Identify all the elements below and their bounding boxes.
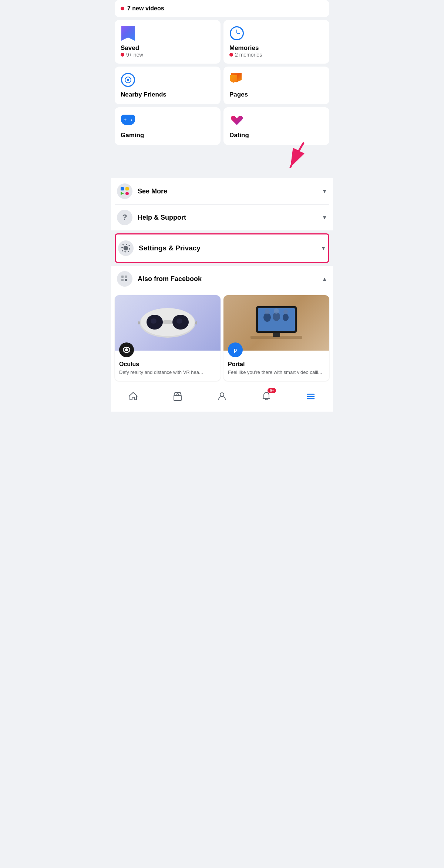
see-more-label: See More <box>138 188 317 195</box>
nav-notifications[interactable]: 9+ <box>255 388 278 404</box>
nav-menu[interactable] <box>300 388 322 404</box>
saved-icon <box>121 26 135 41</box>
nav-home[interactable] <box>122 388 144 404</box>
memories-badge: 2 memories <box>229 52 323 58</box>
also-from-header: Also from Facebook ▲ <box>111 266 333 292</box>
svg-rect-5 <box>125 276 127 278</box>
gaming-card[interactable]: Gaming <box>115 107 221 145</box>
pages-card[interactable]: Pages <box>223 67 329 104</box>
help-support-label: Help & Support <box>138 214 317 222</box>
settings-privacy-highlighted: Settings & Privacy ▼ <box>115 233 329 263</box>
svg-point-29 <box>220 393 224 396</box>
saved-badge: 9+ new <box>121 52 215 58</box>
home-icon <box>128 391 138 401</box>
grid-icon <box>120 274 129 283</box>
clock-icon <box>230 26 244 40</box>
settings-icon <box>118 240 134 256</box>
oculus-desc: Defy reality and distance with VR hea... <box>119 369 216 376</box>
heart-svg <box>230 115 243 126</box>
saved-title: Saved <box>121 44 215 52</box>
nav-marketplace[interactable] <box>166 388 189 404</box>
chevron-up-icon: ▲ <box>322 276 327 282</box>
portal-title: Portal <box>228 361 325 368</box>
dating-card[interactable]: Dating <box>223 107 329 145</box>
gaming-icon <box>121 113 135 128</box>
nearby-friends-icon <box>121 72 135 87</box>
bottom-navigation: 9+ <box>111 384 333 412</box>
help-support-item[interactable]: ? Help & Support ▼ <box>115 205 329 230</box>
settings-privacy-label: Settings & Privacy <box>139 244 316 252</box>
gaming-title: Gaming <box>121 132 215 139</box>
svg-rect-6 <box>121 279 124 281</box>
also-from-label: Also from Facebook <box>138 275 317 283</box>
oculus-card[interactable]: Oculus Defy reality and distance with VR… <box>115 295 221 381</box>
also-from-icon <box>117 271 132 287</box>
oculus-title: Oculus <box>119 361 216 368</box>
saved-card[interactable]: Saved 9+ new <box>115 20 221 64</box>
oculus-badge <box>119 342 134 357</box>
nearby-friends-title: Nearby Friends <box>121 91 215 98</box>
videos-card[interactable]: 7 new videos <box>115 0 329 17</box>
nearby-friends-card[interactable]: Nearby Friends <box>115 67 221 104</box>
profile-icon <box>217 391 227 401</box>
marketplace-icon <box>172 391 183 401</box>
menu-section: See More ▼ ? Help & Support ▼ <box>111 178 333 230</box>
location-person-icon <box>121 73 135 87</box>
memories-dot <box>229 53 233 57</box>
dot-blue <box>121 187 124 190</box>
portal-desc: Feel like you're there with smart video … <box>228 369 325 376</box>
pages-icon <box>229 72 244 87</box>
nav-profile[interactable] <box>211 388 233 404</box>
notification-count: 9+ <box>268 388 276 393</box>
also-from-facebook-section: Also from Facebook ▲ <box>111 266 333 384</box>
oculus-headset-svg <box>134 299 201 347</box>
see-more-icon <box>117 183 132 199</box>
settings-privacy-item[interactable]: Settings & Privacy ▼ <box>116 234 328 262</box>
svg-point-16 <box>125 348 128 351</box>
portal-device-svg <box>247 299 306 347</box>
oculus-image-wrapper <box>115 295 221 351</box>
memories-card[interactable]: Memories 2 memories <box>223 20 329 64</box>
chevron-down-icon-help: ▼ <box>322 215 327 220</box>
dot-green <box>121 192 124 195</box>
help-support-icon: ? <box>117 210 132 225</box>
chevron-down-icon: ▼ <box>322 188 327 194</box>
dating-title: Dating <box>229 132 323 139</box>
dot-yellow <box>125 187 129 190</box>
red-dot-indicator <box>121 7 124 10</box>
svg-point-25 <box>274 308 279 314</box>
dating-icon <box>229 113 244 128</box>
videos-label: 7 new videos <box>127 5 164 12</box>
pages-title: Pages <box>229 91 323 98</box>
svg-rect-27 <box>174 395 181 401</box>
svg-rect-7 <box>125 279 127 281</box>
pink-arrow-svg <box>259 141 318 175</box>
oculus-image <box>115 295 221 351</box>
memories-icon <box>229 26 244 41</box>
portal-badge: p <box>228 342 243 357</box>
oculus-logo <box>122 347 131 353</box>
memories-title: Memories <box>229 44 323 52</box>
chevron-down-icon-settings: ▼ <box>321 245 326 251</box>
svg-point-3 <box>125 247 127 249</box>
svg-rect-4 <box>121 276 124 278</box>
hamburger-icon <box>306 391 316 401</box>
svg-rect-14 <box>163 320 172 324</box>
svg-point-26 <box>283 310 288 314</box>
svg-point-13 <box>176 318 182 324</box>
portal-image-wrapper: p <box>223 295 329 351</box>
portal-image <box>223 295 329 351</box>
see-more-item[interactable]: See More ▼ <box>115 178 329 205</box>
svg-point-24 <box>265 309 270 314</box>
dot-pink <box>125 192 129 195</box>
portal-card[interactable]: p Portal Feel like you're there with sma… <box>223 295 329 381</box>
gear-svg <box>121 243 131 253</box>
saved-dot <box>121 53 124 57</box>
arrow-annotation <box>115 145 329 178</box>
products-grid: Oculus Defy reality and distance with VR… <box>111 292 333 384</box>
svg-point-23 <box>283 314 289 321</box>
svg-point-12 <box>151 318 157 324</box>
